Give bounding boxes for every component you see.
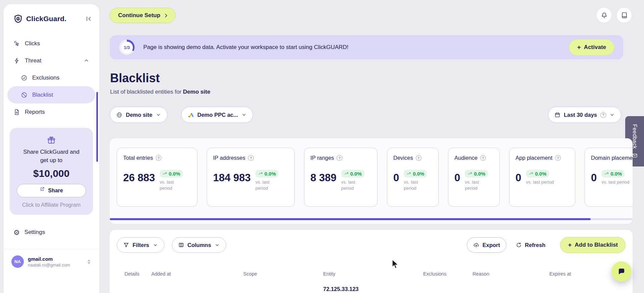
column-header[interactable]: Entity <box>323 271 423 277</box>
ppc-account-selector[interactable]: Demo PPC ac... <box>181 107 253 123</box>
trend-badge: 0.0% <box>601 170 625 178</box>
trend-caption: vs. last period <box>160 179 181 191</box>
sidebar-item-label: Threat <box>25 57 41 64</box>
trend-value: 0.0% <box>474 171 485 177</box>
filters-button[interactable]: Filters <box>117 237 164 253</box>
guide-button[interactable] <box>617 8 632 22</box>
banner-message: Page is showing demo data. Activate your… <box>143 44 569 51</box>
help-icon[interactable]: ? <box>416 155 422 161</box>
cursor-click-icon <box>13 40 20 47</box>
stat-card-ip-addresses: IP addresses ? 184 983 0.0% vs. last per… <box>207 148 295 207</box>
funnel-icon <box>123 242 129 248</box>
continue-setup-label: Continue Setup <box>118 12 160 19</box>
sidebar-item-threat[interactable]: Threat <box>7 52 95 69</box>
affiliate-link[interactable]: Click to Affiliate Program <box>22 202 81 208</box>
page-title: Blacklist <box>110 71 160 85</box>
help-icon[interactable]: ? <box>480 155 486 161</box>
notifications-button[interactable] <box>597 8 611 22</box>
arrow-right-icon <box>163 13 168 18</box>
stat-value: 0 <box>393 172 399 184</box>
chevron-down-icon <box>241 112 247 117</box>
filters-label: Filters <box>133 242 149 248</box>
trend-value: 0.0% <box>169 171 180 177</box>
trend-badge: 0.0% <box>160 170 183 178</box>
help-icon[interactable]: ? <box>248 155 254 161</box>
site-selector[interactable]: Demo site <box>110 107 167 123</box>
table-row[interactable]: 72.125.33.123 <box>125 286 626 292</box>
stat-value: 8 389 <box>310 172 337 184</box>
sidebar-nav: Clicks Threat Exclusions <box>3 35 99 120</box>
chevron-updown-icon[interactable] <box>86 259 92 265</box>
sidebar-item-label: Clicks <box>25 40 40 47</box>
entity-cell[interactable]: 72.125.33.123 <box>323 286 423 292</box>
globe-icon <box>116 112 122 118</box>
stat-value: 0 <box>515 172 521 184</box>
site-selector-value: Demo site <box>126 112 152 118</box>
stat-card-ip-ranges: IP ranges ? 8 389 0.0% vs. last period <box>304 148 378 207</box>
plus-icon: + <box>577 44 581 51</box>
help-icon[interactable]: ? <box>337 155 342 161</box>
sidebar-item-exclusions[interactable]: Exclusions <box>7 69 95 86</box>
trend-up-icon <box>162 172 167 176</box>
book-icon <box>621 12 628 19</box>
table-toolbar: Filters Columns Exp <box>117 237 626 253</box>
continue-setup-button[interactable]: Continue Setup <box>110 8 176 23</box>
trend-up-icon <box>258 172 263 176</box>
chevron-up-icon[interactable] <box>84 58 89 63</box>
activate-button[interactable]: + Activate <box>569 39 614 55</box>
add-to-blacklist-label: Add to Blacklist <box>575 242 618 248</box>
trend-value: 0.0% <box>610 171 622 177</box>
sidebar-item-label: Settings <box>24 229 45 236</box>
share-button-label: Share <box>48 188 63 194</box>
column-header[interactable]: Details <box>125 271 151 277</box>
sidebar-item-blacklist[interactable]: Blacklist <box>7 86 95 103</box>
stats-panel: Total entries ? 26 883 0.0% vs. last per… <box>110 138 633 224</box>
chevron-down-icon <box>214 242 220 248</box>
export-label: Export <box>483 242 500 248</box>
account-email: naatali.ro@gmail.com <box>28 262 82 267</box>
stat-label: Audience <box>454 155 478 161</box>
help-icon[interactable]: ? <box>555 155 561 161</box>
sidebar-item-settings[interactable]: ⚙ Settings <box>3 225 99 240</box>
column-header[interactable]: Exclusions <box>423 271 473 277</box>
columns-button[interactable]: Columns <box>172 237 227 253</box>
help-icon[interactable]: ? <box>156 155 161 161</box>
sidebar: ClickGuard. Clicks Threat <box>3 4 99 293</box>
export-button[interactable]: Export <box>467 237 506 253</box>
stats-scrollbar-thumb[interactable] <box>110 218 591 220</box>
trend-caption: vs. last period <box>526 179 554 185</box>
sidebar-item-reports[interactable]: Reports <box>7 103 95 120</box>
collapse-sidebar-icon[interactable] <box>85 15 92 22</box>
stat-label: Total entries <box>123 155 153 161</box>
chat-widget-button[interactable] <box>611 261 632 282</box>
stat-card-domain-placement: Domain placement ? 0 0.0% vs. last perio… <box>585 148 633 207</box>
share-button[interactable]: Share <box>17 184 86 197</box>
column-header[interactable]: Reason <box>473 271 549 277</box>
sidebar-scrollbar[interactable] <box>96 92 98 162</box>
stat-value: 0 <box>454 172 460 184</box>
column-header[interactable]: Added at <box>151 271 243 277</box>
trend-badge: 0.0% <box>404 170 427 178</box>
column-header[interactable]: Scope <box>243 271 323 277</box>
sidebar-item-clicks[interactable]: Clicks <box>7 35 95 52</box>
google-ads-icon <box>188 112 194 118</box>
sidebar-item-label: Blacklist <box>32 92 53 98</box>
trend-badge: 0.0% <box>255 170 279 178</box>
stat-card-devices: Devices ? 0 0.0% vs. last period <box>387 148 439 207</box>
demo-data-banner: 1/3 Page is showing demo data. Activate … <box>110 35 623 59</box>
help-icon[interactable]: ? <box>600 112 606 118</box>
trend-caption: vs. last period <box>601 179 629 185</box>
chevron-down-icon <box>156 112 161 117</box>
shield-check-icon <box>21 75 28 81</box>
account-switcher[interactable]: NA gmail.com naatali.ro@gmail.com <box>3 249 99 268</box>
account-name: gmail.com <box>28 256 82 262</box>
stat-card-audience: Audience ? 0 0.0% vs. last period <box>448 148 500 207</box>
trend-up-icon <box>467 172 472 176</box>
date-range-selector[interactable]: Last 30 days ? <box>548 107 621 123</box>
stat-card-total-entries: Total entries ? 26 883 0.0% vs. last per… <box>117 148 197 207</box>
refresh-button[interactable]: Refresh <box>516 242 545 248</box>
trend-caption: vs. last period <box>341 179 363 191</box>
bell-icon <box>601 12 608 19</box>
add-to-blacklist-button[interactable]: + Add to Blacklist <box>560 237 626 253</box>
gear-icon: ⚙ <box>13 229 20 236</box>
